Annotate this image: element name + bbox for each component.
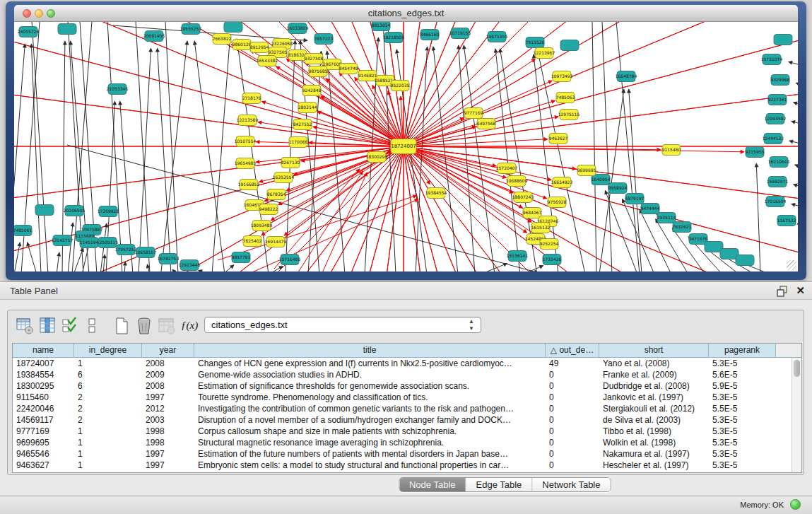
graph-node[interactable]: 19654985 [235,158,257,169]
graph-node[interactable]: 9215955 [746,147,765,158]
table-cell[interactable]: 2008 [142,380,194,392]
table-cell[interactable]: 0 [546,392,599,403]
graph-node[interactable]: 19166852 [238,180,260,190]
table-cell[interactable]: Genome-wide association studies in ADHD. [194,369,546,380]
unselect-all-icon[interactable] [87,317,97,335]
graph-node[interactable]: 9684067 [523,208,542,218]
table-row[interactable]: 1938455462009Genome-wide association stu… [13,369,801,380]
resize-grip-icon[interactable] [787,260,796,270]
graph-node[interactable]: 7632621 [673,222,692,233]
table-mode-icon[interactable] [16,317,34,335]
graph-node[interactable]: 9474444 [641,204,660,214]
graph-node[interactable] [35,205,54,216]
table-cell[interactable]: 1997 [142,448,194,460]
graph-node[interactable]: 17016504 [765,197,787,207]
graph-node[interactable]: 9327508 [305,54,324,64]
graph-node[interactable]: 9875685 [309,66,328,77]
show-columns-icon[interactable] [38,317,57,335]
table-row[interactable]: 911546021997Tourette syndrome. Phenomeno… [13,392,801,403]
graph-node[interactable]: 2935114 [657,213,676,223]
column-header-title[interactable]: title [194,344,546,357]
table-cell[interactable]: 5.5E-5 [709,403,776,414]
graph-edge[interactable] [321,96,404,146]
graph-edge[interactable] [794,103,798,105]
table-row[interactable]: 946362711997Embryonic stem cells: a mode… [13,460,801,471]
graph-node[interactable]: 8678354 [267,189,286,200]
table-cell[interactable]: 9777169 [13,426,74,437]
table-cell[interactable]: 0 [546,403,599,414]
graph-node[interactable]: 15716485 [279,255,301,265]
graph-edge[interactable] [139,48,151,271]
graph-edge[interactable] [172,269,177,271]
graph-node[interactable]: 1167533 [777,216,796,226]
graph-node[interactable]: 10958107 [135,247,157,258]
table-cell[interactable]: 18300295 [13,380,74,392]
graph-edge[interactable] [161,41,187,271]
graph-node[interactable]: 9252254 [540,239,559,250]
delete-table-icon[interactable] [158,317,176,335]
graph-edge[interactable] [756,163,760,271]
graph-node[interactable]: 16654923 [551,177,573,188]
graph-node[interactable]: 10719155 [449,28,471,39]
table-cell[interactable]: 1 [74,437,142,448]
graph-node[interactable]: 15136141 [507,251,529,262]
table-cell[interactable]: Franke et al. (2009) [599,369,709,380]
vertical-scrollbar[interactable] [792,358,801,472]
graph-node[interactable]: 9498222 [259,204,278,215]
graph-edge[interactable] [794,165,798,167]
table-cell[interactable]: 2008 [142,358,194,369]
graph-edge[interactable] [14,243,20,271]
table-cell[interactable]: 9699695 [13,437,74,448]
graph-node[interactable] [560,40,579,51]
graph-node[interactable]: 16543382 [257,56,278,66]
table-cell[interactable]: Hescheler et al. (1997) [599,460,709,471]
graph-node[interactable] [58,24,76,35]
graph-node[interactable]: 12975115 [558,110,580,120]
graph-node[interactable]: 16914479 [265,237,287,247]
graph-node[interactable]: 9329966 [771,75,790,86]
graph-edge[interactable] [68,223,73,271]
graph-edge[interactable] [792,121,798,124]
table-cell[interactable]: 1997 [142,392,194,403]
graph-node[interactable]: 16210643 [768,157,790,168]
table-cell[interactable]: 5.6E-5 [709,369,776,380]
graph-node[interactable]: 1615132 [531,223,551,233]
graph-node[interactable]: 13142757 [52,235,73,246]
graph-node[interactable]: 12923448 [179,260,201,271]
graph-node[interactable]: 1145194 [80,238,99,248]
table-cell[interactable]: 1998 [142,437,194,448]
graph-edge[interactable] [14,44,25,271]
table-row[interactable]: 2242004622012Investigating the contribut… [13,403,801,414]
graph-node[interactable]: 15751074 [761,54,783,65]
table-cell[interactable]: 5.3E-5 [709,460,776,471]
table-cell[interactable]: 5.3E-5 [709,426,776,437]
table-cell[interactable]: 0 [546,437,599,448]
graph-node[interactable]: 1733426 [543,255,562,265]
close-panel-icon[interactable]: ✕ [796,284,805,297]
table-cell[interactable]: 0 [546,380,599,392]
graph-node[interactable]: 2803144 [298,103,317,113]
table-cell[interactable]: Disruption of a novel member of a sodium… [194,414,546,426]
graph-node[interactable]: 7625402 [243,236,262,247]
graph-node[interactable]: 7663822 [213,34,232,45]
graph-edge[interactable] [73,247,83,271]
graph-node[interactable]: 7515526 [526,37,545,48]
table-cell[interactable]: 1 [74,426,142,437]
table-cell[interactable]: 5.3E-5 [709,448,776,460]
graph-node[interactable]: 20206505 [64,206,86,216]
graph-node[interactable]: 15720407 [496,163,518,174]
graph-node[interactable]: 14671355 [486,32,508,42]
table-cell[interactable]: 19384554 [13,369,74,380]
column-header-year[interactable]: year [142,344,194,357]
table-cell[interactable]: 49 [546,358,599,369]
graph-node[interactable]: 12213589 [237,115,259,126]
table-row[interactable]: 969969511998Structural magnetic resonanc… [13,437,801,448]
table-cell[interactable]: 5.3E-5 [709,414,776,426]
network-window-titlebar[interactable]: citations_edges.txt [14,5,798,22]
graph-node[interactable]: 24055724 [18,27,40,37]
graph-node[interactable]: 9756928 [548,197,567,208]
table-cell[interactable]: 9463627 [13,460,74,471]
table-cell[interactable]: Investigating the contribution of common… [194,403,546,414]
graph-node[interactable]: 9777169 [464,108,483,119]
graph-node[interactable]: 18807243 [512,192,534,203]
